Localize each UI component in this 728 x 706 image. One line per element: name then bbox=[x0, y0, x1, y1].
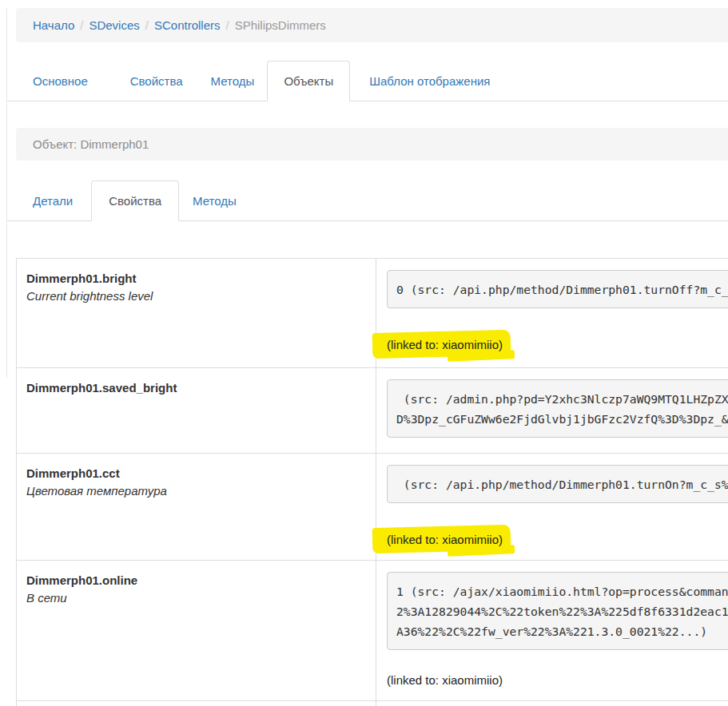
property-value-code: 1 (src: /ajax/xiaomimiio.html?op=process… bbox=[387, 572, 728, 650]
subtab-properties[interactable]: Свойства bbox=[91, 180, 179, 221]
property-cell: Dimmerph01.cct Цветовая температура bbox=[17, 454, 376, 560]
property-cell: Dimmerph01.online В сети bbox=[17, 561, 376, 700]
linked-note: (linked to: xiaomimiio) bbox=[387, 336, 728, 354]
tab-display-template[interactable]: Шаблон отображения bbox=[357, 61, 502, 101]
linked-note: (linked to: xiaomimiio) bbox=[387, 531, 728, 549]
breadcrumb-item-scontrollers[interactable]: SControllers bbox=[154, 18, 221, 32]
property-cell: Dimmerph01.bright Current brightness lev… bbox=[17, 259, 376, 367]
breadcrumb-item-sdevices[interactable]: SDevices bbox=[89, 18, 139, 32]
table-row: Dimmerph01.bright Current brightness lev… bbox=[17, 259, 728, 368]
table-row: Dimmerph01.online В сети 1 (src: /ajax/x… bbox=[17, 561, 728, 701]
breadcrumb-item-home[interactable]: Начало bbox=[33, 18, 74, 32]
property-description: Current brightness level bbox=[26, 288, 366, 305]
value-cell: (src: /api.php/method/Dimmerph01.turnOn?… bbox=[376, 454, 728, 560]
property-value-code: (src: /admin.php?pd=Y2xhc3Nlczp7aWQ9MTQ1… bbox=[387, 379, 728, 438]
value-cell: (src: /admin.php?pd=Y2xhc3Nlczp7aWQ9MTQ1… bbox=[376, 368, 728, 453]
tab-methods[interactable]: Методы bbox=[199, 61, 267, 101]
subtab-methods[interactable]: Методы bbox=[181, 181, 249, 220]
marker-highlight: (linked to: xiaomimiio) bbox=[387, 336, 503, 354]
property-cell: Dimmerph01.saved_bright bbox=[17, 368, 376, 453]
table-row bbox=[17, 701, 728, 706]
subtab-details[interactable]: Детали bbox=[21, 181, 85, 220]
property-name: Dimmerph01.bright bbox=[26, 270, 366, 288]
properties-table: Dimmerph01.bright Current brightness lev… bbox=[16, 258, 728, 706]
breadcrumb: Начало/SDevices/SControllers/SPhilipsDim… bbox=[16, 8, 728, 42]
tab-main[interactable]: Основное bbox=[21, 61, 100, 101]
property-name: Dimmerph01.online bbox=[26, 572, 366, 589]
breadcrumb-item-current: SPhilipsDimmers bbox=[235, 18, 326, 32]
property-description: В сети bbox=[26, 589, 366, 607]
object-title: Объект: Dimmerph01 bbox=[33, 137, 149, 151]
class-tab-bar: Основное Свойства Методы Объекты Шаблон … bbox=[6, 61, 728, 101]
tab-objects[interactable]: Объекты bbox=[267, 61, 350, 101]
object-title-panel: Объект: Dimmerph01 bbox=[16, 128, 728, 161]
breadcrumb-separator: / bbox=[226, 18, 229, 32]
panel-left-border bbox=[6, 8, 7, 378]
page: Начало/SDevices/SControllers/SPhilipsDim… bbox=[0, 8, 728, 706]
property-value-code: (src: /api.php/method/Dimmerph01.turnOn?… bbox=[387, 465, 728, 503]
breadcrumb-separator: / bbox=[145, 18, 149, 32]
table-row: Dimmerph01.cct Цветовая температура (src… bbox=[17, 454, 728, 561]
marker-highlight: (linked to: xiaomimiio) bbox=[387, 531, 503, 549]
value-cell bbox=[376, 701, 728, 706]
breadcrumb-separator: / bbox=[80, 18, 83, 32]
property-value-code: 0 (src: /api.php/method/Dimmerph01.turnO… bbox=[387, 270, 728, 308]
linked-note: (linked to: xiaomimiio) bbox=[387, 672, 728, 689]
table-row: Dimmerph01.saved_bright (src: /admin.php… bbox=[17, 368, 728, 454]
tab-properties[interactable]: Свойства bbox=[118, 61, 195, 101]
object-tab-bar: Детали Свойства Методы bbox=[6, 180, 728, 221]
property-name: Dimmerph01.saved_bright bbox=[26, 379, 366, 397]
property-cell bbox=[17, 701, 376, 706]
value-cell: 0 (src: /api.php/method/Dimmerph01.turnO… bbox=[376, 259, 728, 367]
value-cell: 1 (src: /ajax/xiaomimiio.html?op=process… bbox=[376, 561, 728, 700]
property-name: Dimmerph01.cct bbox=[26, 465, 366, 482]
linked-note-text: (linked to: xiaomimiio) bbox=[387, 673, 503, 687]
property-description: Цветовая температура bbox=[26, 482, 366, 500]
